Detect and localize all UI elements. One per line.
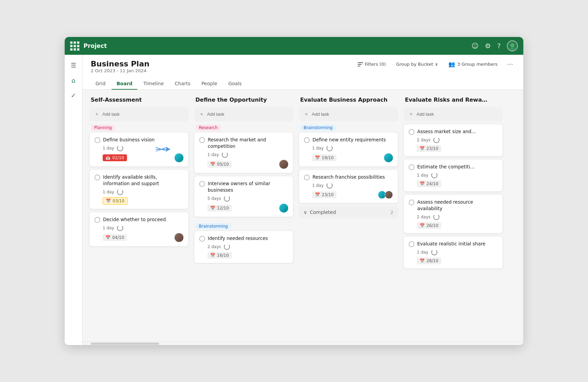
tab-people[interactable]: People [196,78,222,90]
tab-timeline[interactable]: Timeline [139,78,169,90]
task-checkbox[interactable] [199,181,205,187]
horizontal-scrollbar[interactable] [91,343,159,345]
task-avatar [175,153,183,162]
task-title: Identify available skills, information a… [103,174,183,187]
bucket-label-brainstorming-col3: Brainstorming [300,125,336,131]
task-avatar [175,233,183,242]
calendar-icon: 📅 [420,146,425,151]
filter-button[interactable]: Filters (0) [355,60,389,68]
progress-icon [224,195,230,202]
task-date: 12/10 [217,206,229,211]
project-title: Business Plan [91,60,150,68]
task-card-estimate-competition[interactable]: Estimate the competiti… 1 day 📅 24/10 [404,159,503,192]
nav-tabs: Grid Board Timeline Charts People Goals [91,78,515,89]
task-card-research-market[interactable]: Research the market and competition 1 da… [194,132,293,173]
completed-label: Completed [310,209,336,215]
plus-icon: ＋ [94,111,100,118]
progress-icon [327,145,333,151]
tab-grid[interactable]: Grid [91,78,110,90]
help-icon[interactable]: ? [497,42,501,50]
bucket-group-brainstorming-col3: Brainstorming Define new entity requirem… [299,124,398,203]
calendar-icon: 📅 [105,235,111,240]
calendar-icon: 📅 [315,155,320,160]
group-label: Group by Bucket [396,62,433,67]
top-bar: Project ☺ ⚙ ? [65,37,523,55]
app-grid-icon[interactable] [70,41,79,51]
add-task-button-col1[interactable]: ＋ Add task [89,107,189,121]
task-date: 23/10 [322,192,334,197]
members-label: 3 Group members [457,62,498,67]
task-date: 24/10 [426,181,438,186]
tasks-icon[interactable]: ✓ [67,89,80,101]
task-card-define-entity[interactable]: Define new entity requirements 1 day 📅 1… [299,132,398,167]
task-card-decide-proceed[interactable]: Decide whether to proceed 1 day 📅 04/10 [89,212,189,246]
task-checkbox[interactable] [199,137,205,143]
column-evaluate-risks: Evaluate Risks and Rewa… ＋ Add task Asse… [404,97,503,269]
more-options-button[interactable]: ··· [505,60,515,68]
task-checkbox[interactable] [199,236,205,242]
task-checkbox[interactable] [304,175,310,180]
tab-board[interactable]: Board [112,78,137,90]
task-checkbox[interactable] [409,164,414,170]
task-checkbox[interactable] [409,241,414,247]
group-members-button[interactable]: 👥 3 Group members [446,60,500,69]
task-duration: 1 day [417,250,429,255]
emoji-icon[interactable]: ☺ [472,42,479,50]
tab-goals[interactable]: Goals [223,78,246,90]
task-card-assess-resources[interactable]: Assess needed resource availability 2 da… [404,194,503,233]
task-card-identify-resources[interactable]: Identify needed resources 2 days 📅 16/10 [194,231,293,263]
task-card-identify-skills[interactable]: Identify available skills, information a… [89,169,189,209]
task-avatar [279,160,288,169]
task-title: Research the market and competition [208,137,288,150]
home-icon[interactable]: ⌂ [67,74,80,86]
task-date-badge: 📅 23/10 [417,145,441,152]
add-task-button-col2[interactable]: ＋ Add task [194,107,293,121]
add-task-button-col4[interactable]: ＋ Add task [404,107,503,121]
board-area: Self-Assessment ＋ Add task Planning Defi… [82,90,523,342]
task-date: 19/10 [322,155,334,160]
task-duration: 1 day [103,226,114,230]
task-checkbox[interactable] [409,200,414,205]
task-card-interview-owners[interactable]: Interview owners of similar businesses 5… [194,176,293,217]
task-card-assess-market[interactable]: Assess market size and… 2 days 📅 23/10 [404,124,503,156]
task-duration: 1 day [103,146,114,151]
task-title: Research franchise possibilities [312,174,385,180]
task-title: Identify needed resources [208,235,268,242]
topbar-icons: ☺ ⚙ ? [472,40,518,51]
task-avatars [378,191,393,199]
group-by-button[interactable]: Group by Bucket ∨ [393,60,441,68]
task-date-badge: 📅 16/10 [207,252,232,259]
task-checkbox[interactable] [94,217,100,223]
task-date-badge: 📅 03/10 [103,197,128,205]
task-card-evaluate-share[interactable]: Evaluate realistic initial share 1 day 📅… [404,236,503,269]
chevron-down-icon: ∨ [435,62,438,67]
settings-icon[interactable]: ⚙ [485,42,491,50]
task-card-define-vision[interactable]: Define business vision 1 day [89,132,189,167]
progress-icon [224,244,230,250]
add-task-button-col3[interactable]: ＋ Add task [299,107,398,121]
task-checkbox[interactable] [94,137,100,143]
column-title-self-assessment: Self-Assessment [89,97,189,103]
user-avatar[interactable] [507,40,518,51]
task-date-badge: 📅 04/10 [103,234,127,241]
calendar-icon: 📅 [210,206,215,211]
task-date: 05/10 [217,162,229,167]
task-duration: 2 days [417,215,431,219]
add-task-label: Add task [312,112,329,117]
task-checkbox[interactable] [94,175,100,180]
filter-icon [358,62,363,66]
task-title: Assess market size and… [417,128,476,135]
task-duration: 2 days [207,244,221,249]
task-duration: 5 days [207,196,221,201]
tab-charts[interactable]: Charts [170,78,195,90]
menu-icon[interactable]: ☰ [67,59,80,71]
task-date: 03/10 [113,199,125,203]
progress-icon [327,182,333,189]
task-avatar [384,153,393,162]
task-duration: 2 days [417,138,431,142]
members-icon: 👥 [448,61,455,67]
completed-section[interactable]: ∨ Completed 2 [299,206,398,218]
task-checkbox[interactable] [304,137,310,143]
task-card-research-franchise[interactable]: Research franchise possibilities 1 day 📅… [299,169,398,203]
task-checkbox[interactable] [409,129,414,135]
